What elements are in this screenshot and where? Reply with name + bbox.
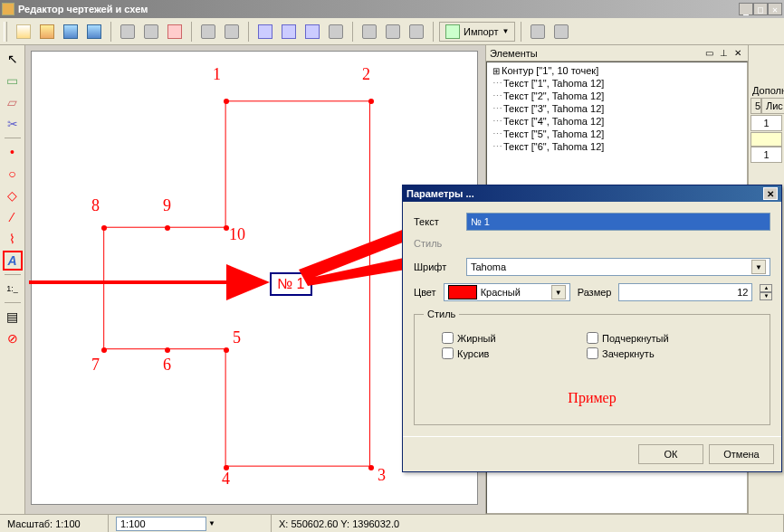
- tb-save[interactable]: [60, 21, 81, 43]
- fr-highlighted-row[interactable]: [751, 132, 782, 147]
- tool-polyline[interactable]: ⌇: [3, 229, 23, 249]
- tb-axes[interactable]: [197, 21, 219, 43]
- palette-icon: [167, 24, 182, 39]
- app-icon: [2, 3, 14, 15]
- toolbar-grip[interactable]: [4, 22, 7, 42]
- size-spin-down[interactable]: ▼: [760, 292, 772, 300]
- tool-select[interactable]: ▭: [3, 71, 23, 90]
- tb-rotate[interactable]: [221, 21, 243, 43]
- sb-coords: X: 550602.60 Y: 1396032.0: [272, 515, 784, 532]
- toolbar-sep: [352, 22, 353, 42]
- point-label-9: 9: [163, 196, 171, 215]
- point-label-5: 5: [233, 328, 241, 347]
- tree-item-text[interactable]: Текст ["5", Tahoma 12]: [489, 128, 745, 140]
- tool-delete[interactable]: ⊘: [3, 328, 23, 348]
- fr-val-2[interactable]: 1: [751, 147, 782, 163]
- chk-italic[interactable]: Курсив: [442, 347, 550, 359]
- tool-pointer[interactable]: ↖: [3, 49, 23, 69]
- layout2-icon: [386, 24, 400, 39]
- scale-input[interactable]: [116, 517, 206, 531]
- point-label-3: 3: [378, 466, 386, 485]
- tree-item-text[interactable]: Текст ["1", Tahoma 12]: [489, 77, 745, 90]
- size-spin-up[interactable]: ▲: [760, 284, 772, 292]
- axes-icon: [201, 24, 215, 39]
- tool-circle[interactable]: ○: [3, 164, 23, 184]
- tree-item-text[interactable]: Текст ["4", Tahoma 12]: [489, 115, 745, 128]
- tb-saveas[interactable]: [83, 21, 105, 43]
- tb-new[interactable]: [13, 21, 34, 43]
- misc2-icon: [554, 24, 569, 39]
- tree-item-text[interactable]: Текст ["2", Tahoma 12]: [489, 90, 745, 102]
- tb-palette[interactable]: [164, 21, 186, 43]
- tree-item-text[interactable]: Текст ["6", Tahoma 12]: [489, 140, 745, 153]
- size-input[interactable]: [618, 283, 752, 301]
- toolstrip-sep: [5, 302, 21, 303]
- point-label-7: 7: [91, 356, 100, 375]
- style-section-label: Стиль: [414, 238, 770, 249]
- tool-line[interactable]: ∕: [3, 207, 23, 227]
- minimize-button[interactable]: _: [739, 3, 753, 15]
- preview-text: Пример: [424, 363, 760, 415]
- tool-point[interactable]: •: [3, 142, 23, 162]
- table-icon: [282, 24, 296, 39]
- tool-doc[interactable]: ▤: [3, 307, 23, 327]
- style-fieldset: Стиль Жирный Подчеркнутый Курсив Зачеркн…: [414, 309, 770, 425]
- tool-ruler[interactable]: 1:_: [3, 279, 23, 299]
- left-toolstrip: ↖ ▭ ▱ ✂ • ○ ◇ ∕ ⌇ A 1:_ ▤ ⊘: [0, 45, 25, 514]
- point-3: [368, 465, 374, 470]
- chk-bold-input[interactable]: [442, 332, 454, 344]
- panel-window-button[interactable]: ▭: [703, 47, 715, 60]
- chk-underline-input[interactable]: [587, 332, 598, 344]
- chk-underline[interactable]: Подчеркнутый: [587, 332, 695, 344]
- point-label-4: 4: [222, 470, 230, 489]
- chevron-down-icon[interactable]: ▼: [208, 519, 215, 527]
- close-button[interactable]: ✕: [768, 3, 782, 15]
- tb-layout1[interactable]: [359, 21, 380, 43]
- tool-lasso[interactable]: ▱: [3, 92, 23, 112]
- dialog-titlebar[interactable]: Параметры ... ✕: [403, 185, 781, 202]
- chk-bold[interactable]: Жирный: [442, 332, 550, 344]
- color-value: Красный: [481, 287, 521, 298]
- ok-button[interactable]: ОК: [638, 444, 703, 464]
- tb-grid2[interactable]: [325, 21, 347, 43]
- dialog-close-button[interactable]: ✕: [763, 187, 778, 200]
- save-icon: [63, 24, 78, 39]
- point-8: [101, 225, 107, 231]
- cancel-button[interactable]: Отмена: [709, 444, 774, 464]
- tb-grid1[interactable]: [301, 21, 323, 43]
- col-list: Лис: [761, 98, 784, 114]
- chk-strike-input[interactable]: [587, 347, 598, 359]
- chk-italic-input[interactable]: [442, 347, 454, 359]
- panel-pin-button[interactable]: ⊥: [717, 47, 730, 60]
- font-value: Tahoma: [471, 261, 506, 272]
- tb-misc2[interactable]: [550, 21, 572, 43]
- tool-polygon[interactable]: ◇: [3, 185, 23, 205]
- tool-text[interactable]: A: [3, 251, 23, 271]
- font-select[interactable]: Tahoma ▼: [466, 258, 770, 276]
- tb-table[interactable]: [278, 21, 300, 43]
- point-label-1: 1: [213, 65, 221, 84]
- panel-close-button[interactable]: ✕: [731, 47, 744, 60]
- new-icon: [16, 24, 31, 39]
- restore-button[interactable]: □: [753, 3, 768, 15]
- chk-strike[interactable]: Зачеркнуть: [587, 347, 695, 359]
- tb-layout2[interactable]: [382, 21, 404, 43]
- point-2: [368, 99, 374, 104]
- import-button[interactable]: Импорт ▼: [439, 22, 515, 42]
- tb-open[interactable]: [36, 21, 58, 43]
- tb-paste[interactable]: [140, 21, 162, 43]
- fr-val-1[interactable]: 1: [751, 115, 782, 131]
- tb-misc1[interactable]: [527, 21, 549, 43]
- tb-list[interactable]: [254, 21, 276, 43]
- statusbar: Масштаб: 1:100 ▼ X: 550602.60 Y: 1396032…: [0, 514, 784, 532]
- import-icon: [445, 24, 460, 39]
- color-select[interactable]: Красный ▼: [444, 283, 570, 301]
- text-input[interactable]: [466, 213, 770, 231]
- text-element-no1[interactable]: № 1: [270, 272, 312, 296]
- tool-crop[interactable]: ✂: [3, 114, 23, 134]
- tree-item-contour[interactable]: Контур ["1", 10 точек]: [489, 64, 745, 77]
- tree-item-text[interactable]: Текст ["3", Tahoma 12]: [489, 102, 745, 115]
- tb-gear[interactable]: [406, 21, 427, 43]
- tb-copy[interactable]: [117, 21, 139, 43]
- text-label: Текст: [414, 216, 459, 227]
